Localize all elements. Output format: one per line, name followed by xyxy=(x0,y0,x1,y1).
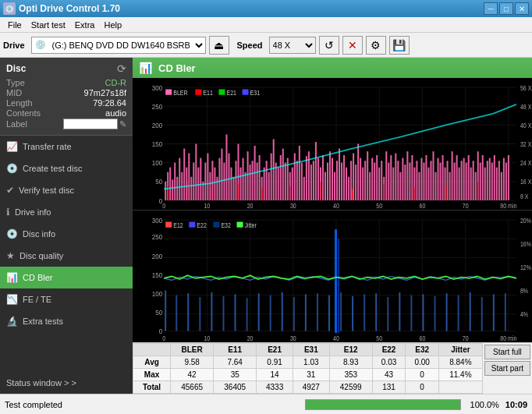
svg-rect-160 xyxy=(430,161,431,200)
progress-percent: 100.0% xyxy=(470,400,499,409)
svg-rect-43 xyxy=(218,89,225,94)
svg-rect-55 xyxy=(183,149,185,200)
svg-rect-268 xyxy=(340,292,342,331)
svg-rect-41 xyxy=(195,89,201,94)
svg-rect-102 xyxy=(294,154,296,200)
svg-text:E22: E22 xyxy=(197,221,207,229)
eject-button[interactable]: ⏏ xyxy=(209,36,229,55)
svg-rect-181 xyxy=(480,163,481,200)
svg-rect-191 xyxy=(503,158,505,200)
speed-select[interactable]: 48 X xyxy=(269,37,316,54)
svg-text:0: 0 xyxy=(162,202,166,210)
window-title: Opti Drive Control 1.70 xyxy=(19,3,120,14)
svg-rect-170 xyxy=(454,163,456,200)
svg-rect-105 xyxy=(301,163,303,200)
svg-rect-134 xyxy=(369,172,371,200)
svg-text:16 X: 16 X xyxy=(520,179,532,186)
sidebar-item-label-extra-tests: Extra tests xyxy=(23,317,63,326)
minimize-button[interactable]: ─ xyxy=(484,2,498,15)
svg-text:40: 40 xyxy=(333,334,339,342)
svg-rect-109 xyxy=(310,165,312,200)
svg-rect-116 xyxy=(327,163,328,200)
svg-text:200: 200 xyxy=(152,121,162,129)
svg-rect-147 xyxy=(399,172,401,200)
sidebar-item-label-transfer-rate: Transfer rate xyxy=(23,142,72,151)
chart-header: 📊 CD Bler xyxy=(133,58,532,78)
menu-help[interactable]: Help xyxy=(99,19,126,31)
col-header-e31: E31 xyxy=(293,344,329,356)
disc-refresh-button[interactable]: ⟳ xyxy=(117,62,126,75)
svg-rect-89 xyxy=(264,168,265,200)
label-input[interactable] xyxy=(63,119,118,129)
svg-rect-49 xyxy=(169,168,171,200)
svg-rect-271 xyxy=(375,293,377,331)
sidebar-item-transfer-rate[interactable]: 📈 Transfer rate xyxy=(0,136,133,157)
mid-label: MID xyxy=(6,88,22,97)
svg-rect-165 xyxy=(442,155,444,200)
svg-rect-66 xyxy=(209,172,211,200)
svg-rect-90 xyxy=(266,161,268,200)
svg-rect-86 xyxy=(257,163,258,200)
svg-rect-130 xyxy=(360,158,361,200)
sidebar-item-disc-quality[interactable]: ★ Disc quality xyxy=(0,245,133,267)
chart-title: CD Bler xyxy=(158,62,196,74)
label-edit-button[interactable]: ✎ xyxy=(119,119,126,129)
svg-text:80 min: 80 min xyxy=(500,334,516,342)
refresh-button[interactable]: ↺ xyxy=(319,36,339,55)
col-header-bler: BLER xyxy=(171,344,214,356)
menu-start-test[interactable]: Start test xyxy=(27,19,70,31)
svg-rect-185 xyxy=(489,158,491,200)
svg-text:300: 300 xyxy=(152,216,162,225)
close-button[interactable]: ✕ xyxy=(515,2,529,15)
svg-text:E11: E11 xyxy=(203,89,213,97)
svg-rect-144 xyxy=(392,168,394,200)
menu-extra[interactable]: Extra xyxy=(70,19,100,31)
save-button[interactable]: 💾 xyxy=(389,36,410,55)
avg-e11: 7.64 xyxy=(214,356,257,369)
svg-text:150: 150 xyxy=(152,140,162,148)
sidebar-item-create-test-disc[interactable]: 💿 Create test disc xyxy=(0,157,133,179)
chart-header-icon: 📊 xyxy=(139,62,152,74)
svg-rect-148 xyxy=(402,158,403,200)
svg-rect-101 xyxy=(292,168,293,200)
clear-button[interactable]: ✕ xyxy=(342,36,363,55)
cd-bler-icon: 📊 xyxy=(6,272,18,283)
start-full-button[interactable]: Start full xyxy=(484,345,530,359)
total-jitter xyxy=(438,381,482,394)
status-bar: Test completed 100.0% 10:09 xyxy=(0,394,532,414)
type-label: Type xyxy=(6,78,25,87)
sidebar-item-verify-test-disc[interactable]: ✔ Verify test disc xyxy=(0,179,133,201)
svg-rect-76 xyxy=(233,177,235,200)
settings-button[interactable]: ⚙ xyxy=(366,36,386,55)
svg-rect-190 xyxy=(501,172,502,200)
disc-panel: Disc ⟳ Type CD-R MID 97m27s18f Length 79… xyxy=(0,58,133,136)
svg-text:E32: E32 xyxy=(221,221,231,229)
svg-text:70: 70 xyxy=(463,334,469,342)
svg-rect-84 xyxy=(252,161,254,200)
disc-quality-icon: ★ xyxy=(6,250,15,261)
svg-text:10: 10 xyxy=(204,334,210,342)
svg-rect-167 xyxy=(447,161,449,200)
sidebar-item-disc-info[interactable]: 💿 Disc info xyxy=(0,223,133,245)
svg-rect-115 xyxy=(325,172,326,200)
maximize-button[interactable]: □ xyxy=(499,2,513,15)
start-part-button[interactable]: Start part xyxy=(484,361,530,376)
sidebar-item-fe-te[interactable]: 📉 FE / TE xyxy=(0,288,133,310)
svg-rect-59 xyxy=(193,163,194,200)
svg-text:50: 50 xyxy=(155,308,162,317)
total-e11: 36405 xyxy=(214,381,257,394)
drive-select[interactable]: (G:) BENQ DVD DD DW1640 BSRB xyxy=(49,37,205,53)
total-e31: 4927 xyxy=(293,381,329,394)
svg-rect-187 xyxy=(494,155,495,200)
svg-rect-186 xyxy=(491,163,493,200)
status-window-button[interactable]: Status window > > xyxy=(0,372,133,394)
sidebar-item-drive-info[interactable]: ℹ Drive info xyxy=(0,201,133,223)
svg-rect-81 xyxy=(245,172,246,200)
menu-file[interactable]: File xyxy=(3,19,27,31)
sidebar-item-cd-bler[interactable]: 📊 CD Bler xyxy=(0,267,133,288)
svg-rect-159 xyxy=(427,168,429,200)
svg-rect-264 xyxy=(293,297,295,331)
stats-table: BLER E11 E21 E31 E12 E22 E32 Jitter Avg xyxy=(133,343,483,394)
status-text: Test completed xyxy=(5,400,299,409)
sidebar-item-extra-tests[interactable]: 🔬 Extra tests xyxy=(0,310,133,332)
